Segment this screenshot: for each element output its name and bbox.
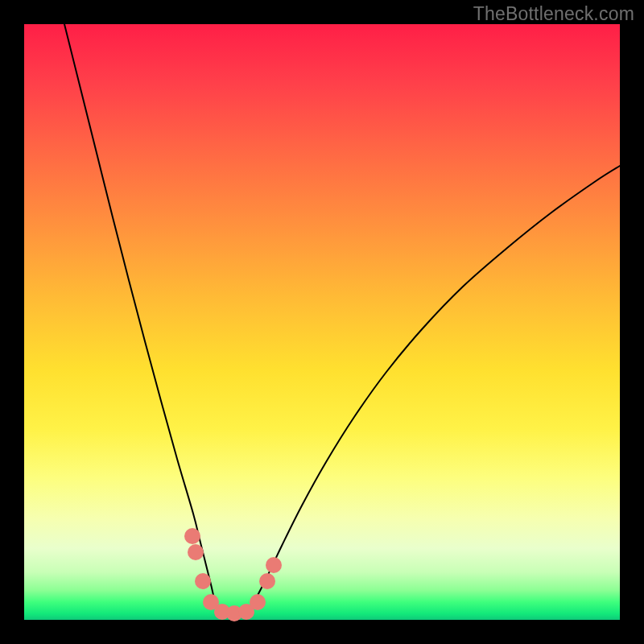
marker-group <box>184 528 282 621</box>
optimum-marker <box>184 528 200 544</box>
optimum-marker <box>259 573 275 589</box>
optimum-marker <box>195 573 211 589</box>
optimum-marker <box>266 557 282 573</box>
plot-area <box>24 24 620 620</box>
optimum-marker <box>188 544 204 560</box>
curve-group <box>64 24 620 614</box>
watermark-text: TheBottleneck.com <box>473 3 634 25</box>
chart-frame: TheBottleneck.com <box>0 0 644 644</box>
optimum-marker <box>250 594 266 610</box>
chart-svg <box>24 24 620 620</box>
bottleneck-curve <box>64 24 620 614</box>
